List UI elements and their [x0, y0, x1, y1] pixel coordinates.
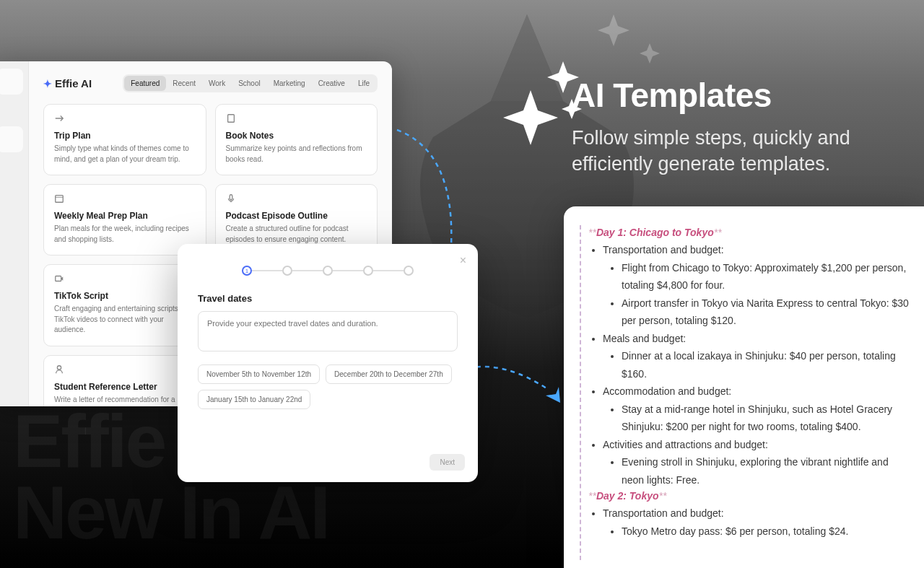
tab-creative[interactable]: Creative: [312, 76, 352, 91]
modal-label: Travel dates: [198, 293, 458, 304]
step-line: [373, 270, 404, 271]
template-desc: Summarize key points and reflections fro…: [226, 144, 367, 165]
svg-rect-1: [56, 196, 64, 203]
day-heading: **Day 2: Tokyo**: [588, 490, 910, 502]
step-number: 1: [245, 268, 248, 274]
hero-title: AI Templates: [572, 76, 901, 115]
hero-subtitle: Follow simple steps, quickly and efficie…: [572, 125, 901, 178]
template-title: TikTok Script: [54, 291, 196, 301]
tab-school[interactable]: School: [232, 76, 267, 91]
step-4[interactable]: [363, 266, 373, 276]
day-heading: **Day 1: Chicago to Tokyo**: [588, 227, 910, 238]
list-item: Accommodation and budget: Stay at a mid-…: [603, 383, 910, 436]
step-1[interactable]: 1: [242, 266, 252, 276]
svg-rect-0: [227, 115, 234, 123]
step-5[interactable]: [404, 266, 414, 276]
mic-icon: [226, 193, 236, 204]
list-item: Stay at a mid-range hotel in Shinjuku, s…: [622, 401, 910, 436]
template-desc: Craft engaging and entertaining scripts …: [54, 304, 196, 336]
day-title-text: Day 1: Chicago to Tokyo: [596, 227, 714, 238]
sparkles-icon: [491, 40, 585, 148]
step-line: [292, 270, 323, 271]
template-title: Podcast Episode Outline: [226, 211, 367, 221]
template-card-trip-plan[interactable]: Trip Plan Simply type what kinds of them…: [43, 104, 206, 175]
rail-item[interactable]: [0, 126, 23, 152]
template-title: Student Reference Letter: [54, 382, 196, 392]
template-desc: Create a structured outline for podcast …: [226, 224, 367, 245]
arrow-icon: [462, 354, 578, 419]
template-card-book-notes[interactable]: Book Notes Summarize key points and refl…: [215, 104, 378, 175]
template-title: Weekly Meal Prep Plan: [54, 211, 196, 221]
plane-icon: [54, 113, 64, 123]
travel-dates-input[interactable]: [198, 311, 458, 351]
list-item: Meals and budget: Dinner at a local izak…: [603, 330, 910, 383]
svg-rect-2: [230, 195, 232, 200]
template-desc: Plan meals for the week, including recip…: [54, 224, 196, 245]
calendar-icon: [54, 193, 64, 204]
list-item: Transportation and budget: Flight from C…: [603, 241, 910, 330]
result-panel: **Day 1: Chicago to Tokyo** Transportati…: [564, 206, 924, 568]
chip-jan[interactable]: January 15th to January 22nd: [198, 390, 310, 409]
list-item: Airport transfer in Tokyo via Narita Exp…: [622, 294, 910, 330]
step-line: [252, 270, 282, 271]
template-title: Trip Plan: [54, 131, 196, 141]
template-wizard-modal: × 1 Travel dates November 5th to Novembe…: [178, 244, 478, 482]
step-2[interactable]: [282, 266, 292, 276]
hero: AI Templates Follow simple steps, quickl…: [572, 76, 901, 178]
tabs: Featured Recent Work School Marketing Cr…: [123, 74, 378, 92]
step-3[interactable]: [323, 266, 333, 276]
app-header: ✦ Effie AI Featured Recent Work School M…: [43, 74, 378, 92]
template-desc: Simply type what kinds of themes come to…: [54, 144, 196, 165]
svg-point-4: [57, 365, 61, 369]
app-title: ✦ Effie AI: [43, 77, 92, 89]
book-icon: [226, 113, 236, 123]
close-icon[interactable]: ×: [460, 254, 466, 267]
rail-item[interactable]: [0, 69, 23, 95]
stepper: 1: [198, 266, 458, 276]
bolt-icon: ✦: [43, 78, 52, 89]
left-rail: [0, 61, 29, 406]
tab-life[interactable]: Life: [352, 76, 376, 91]
svg-rect-3: [56, 276, 61, 281]
next-button[interactable]: Next: [430, 454, 465, 471]
chip-dec[interactable]: December 20th to December 27th: [326, 364, 452, 384]
list-item: Tokyo Metro day pass: $6 per person, tot…: [622, 523, 910, 541]
list-item: Transportation and budget: Tokyo Metro d…: [603, 504, 910, 540]
tab-recent[interactable]: Recent: [166, 76, 202, 91]
tab-marketing[interactable]: Marketing: [267, 76, 312, 91]
day-title-text: Day 2: Tokyo: [596, 490, 659, 502]
app-title-text: Effie AI: [55, 77, 92, 89]
chip-nov[interactable]: November 5th to November 12th: [198, 364, 320, 384]
suggestion-chips: November 5th to November 12th December 2…: [198, 364, 458, 409]
result-content: **Day 1: Chicago to Tokyo** Transportati…: [580, 225, 910, 560]
list-item: Evening stroll in Shinjuku, exploring th…: [622, 453, 910, 489]
list-item: Flight from Chicago to Tokyo: Approximat…: [622, 259, 910, 294]
tab-work[interactable]: Work: [202, 76, 232, 91]
user-icon: [54, 364, 64, 375]
video-icon: [54, 274, 64, 284]
tab-featured[interactable]: Featured: [124, 76, 166, 91]
bg-text-line: New In AI: [13, 477, 328, 549]
step-line: [333, 270, 363, 271]
template-title: Book Notes: [226, 131, 367, 141]
list-item: Dinner at a local izakaya in Shinjuku: $…: [622, 347, 910, 383]
list-item: Activities and attractions and budget: E…: [603, 436, 910, 489]
